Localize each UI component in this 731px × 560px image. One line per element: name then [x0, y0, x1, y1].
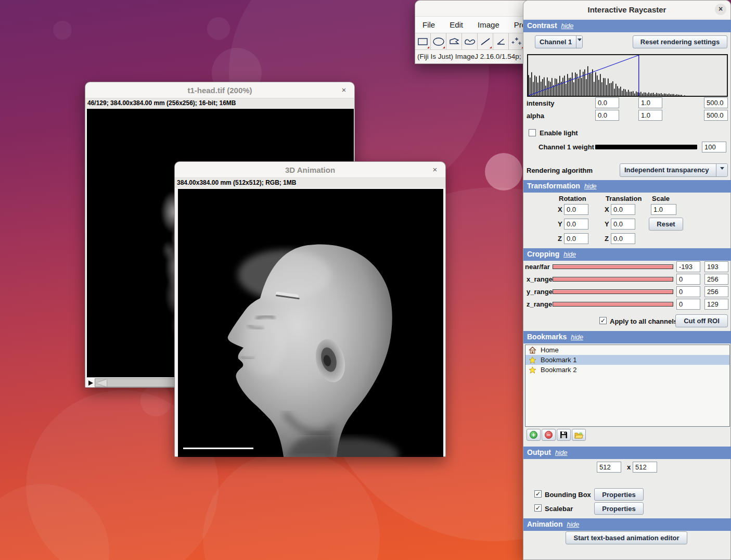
rendering-algorithm-label: Rendering algorithm: [527, 167, 593, 174]
intensity-mid-field[interactable]: 1.0: [638, 97, 662, 108]
enable-light-checkbox[interactable]: [529, 129, 536, 136]
reset-rendering-button[interactable]: Reset rendering settings: [633, 35, 727, 48]
transform-reset-button[interactable]: Reset: [649, 218, 683, 231]
bounding-box-checkbox[interactable]: ✓: [534, 490, 542, 498]
translation-z-field[interactable]: 0.0: [611, 233, 635, 244]
xrange-label: x_range: [527, 275, 553, 283]
channel-select[interactable]: Channel 1: [535, 35, 583, 48]
zrange-slider[interactable]: [553, 302, 673, 307]
bookmarks-section-header: Bookmarkshide: [523, 331, 731, 343]
bookmark-item-2[interactable]: Bookmark 2: [525, 365, 729, 375]
chevron-down-icon[interactable]: [716, 164, 727, 176]
fiji-main-window: File Edit Image Process: [415, 0, 540, 64]
yrange-slider[interactable]: [553, 289, 673, 294]
desktop: { "fiji": { "menu": ["File", "Edit", "Im…: [0, 0, 731, 560]
bookmarks-list[interactable]: Home Bookmark 1 Bookmark 2: [525, 345, 730, 427]
apply-all-channels-checkbox[interactable]: ✓: [599, 317, 607, 324]
rendering-algorithm-select[interactable]: Independent transparency: [620, 163, 728, 177]
fiji-titlebar[interactable]: [415, 1, 539, 16]
transformation-header-label: Transformation: [527, 182, 580, 190]
bookmark-item-home[interactable]: Home: [525, 345, 729, 355]
save-bookmarks-button[interactable]: [557, 429, 571, 441]
bookmarks-hide-link[interactable]: hide: [571, 334, 583, 341]
zrange-max-field[interactable]: 129: [704, 299, 728, 310]
load-bookmarks-button[interactable]: [572, 429, 586, 441]
output-hide-link[interactable]: hide: [555, 449, 568, 456]
menu-image[interactable]: Image: [470, 20, 507, 29]
rotation-z-field[interactable]: 0.0: [564, 233, 588, 244]
remove-bookmark-button[interactable]: −: [542, 429, 556, 441]
point-tool-icon[interactable]: [509, 33, 524, 49]
start-animation-editor-button[interactable]: Start text-based animation editor: [566, 531, 687, 544]
nearfar-max-field[interactable]: 193: [704, 261, 728, 272]
raycaster-titlebar[interactable]: Interactive Raycaster ×: [523, 1, 730, 19]
star-icon: [529, 357, 536, 364]
anim-image-info: 384.00x384.00 mm (512x512); RGB; 1MB: [175, 177, 445, 188]
chevron-down-icon[interactable]: [576, 36, 582, 48]
channel-weight-field[interactable]: 100: [702, 142, 726, 152]
scalebar-checkbox[interactable]: ✓: [534, 504, 542, 512]
alpha-max-field[interactable]: 500.0: [704, 110, 728, 121]
anim-render-canvas[interactable]: [178, 189, 443, 457]
slice-scrollbar-thumb[interactable]: [96, 379, 107, 387]
scalebar-properties-button[interactable]: Properties: [594, 502, 644, 515]
close-icon[interactable]: ×: [340, 86, 348, 94]
add-bookmark-button[interactable]: +: [527, 429, 541, 441]
fiji-status-text: (Fiji Is Just) ImageJ 2.16.0/1.54p; Jav: [415, 50, 539, 63]
cut-off-roi-button[interactable]: Cut off ROI: [675, 314, 728, 327]
close-icon[interactable]: ×: [431, 166, 439, 174]
folder-icon: [574, 431, 583, 439]
raycaster-title: Interactive Raycaster: [588, 5, 666, 14]
anim-window-title: 3D Animation: [285, 166, 335, 174]
translation-x-label: X: [605, 206, 609, 213]
animation-hide-link[interactable]: hide: [567, 521, 579, 528]
alpha-min-field[interactable]: 0.0: [595, 110, 619, 121]
intensity-min-field[interactable]: 0.0: [595, 97, 619, 108]
nearfar-min-field[interactable]: -193: [676, 261, 700, 272]
anim-titlebar[interactable]: 3D Animation ×: [175, 162, 445, 177]
rotation-y-field[interactable]: 0.0: [564, 219, 588, 230]
zrange-min-field[interactable]: 0: [676, 299, 700, 310]
intensity-max-field[interactable]: 500.0: [704, 97, 728, 108]
wallpaper-circle: [140, 385, 172, 416]
menu-file[interactable]: File: [415, 20, 442, 29]
yrange-min-field[interactable]: 0: [676, 286, 700, 297]
cropping-hide-link[interactable]: hide: [563, 251, 576, 258]
play-icon[interactable]: [87, 378, 95, 387]
angle-tool-icon[interactable]: [493, 33, 509, 49]
bookmark-item-1[interactable]: Bookmark 1: [525, 355, 729, 365]
fiji-toolbar: [415, 33, 539, 50]
contrast-histogram[interactable]: [527, 54, 728, 97]
oval-tool-icon[interactable]: [431, 33, 446, 49]
scale-field[interactable]: 1.0: [651, 204, 676, 215]
transformation-hide-link[interactable]: hide: [584, 183, 597, 190]
scalebar-label: Scalebar: [545, 505, 573, 513]
alpha-mid-field[interactable]: 1.0: [638, 110, 662, 121]
nearfar-slider[interactable]: [553, 264, 673, 269]
xrange-min-field[interactable]: 0: [676, 274, 700, 285]
freehand-tool-icon[interactable]: [462, 33, 478, 49]
animation-3d-window: 3D Animation × 384.00x384.00 mm (512x512…: [174, 161, 446, 457]
channel-weight-label: Channel 1 weight: [538, 143, 594, 151]
translation-x-field[interactable]: 0.0: [611, 204, 635, 215]
output-height-field[interactable]: 512: [633, 462, 657, 473]
output-width-field[interactable]: 512: [597, 462, 621, 473]
fiji-menubar: File Edit Image Process: [415, 16, 539, 33]
tool-flyout-icon: [443, 44, 445, 48]
channel-weight-slider[interactable]: [595, 145, 697, 149]
menu-edit[interactable]: Edit: [442, 20, 470, 29]
line-tool-icon[interactable]: [478, 33, 493, 49]
xrange-max-field[interactable]: 256: [704, 274, 728, 285]
contrast-hide-link[interactable]: hide: [561, 22, 574, 30]
t1-titlebar[interactable]: t1-head.tif (200%) ×: [85, 82, 354, 98]
rotation-x-field[interactable]: 0.0: [564, 204, 588, 215]
bounding-box-properties-button[interactable]: Properties: [594, 488, 644, 501]
rectangle-tool-icon[interactable]: [415, 33, 431, 49]
translation-y-field[interactable]: 0.0: [611, 219, 635, 230]
close-icon[interactable]: ×: [715, 4, 726, 15]
xrange-slider[interactable]: [553, 277, 673, 282]
contrast-header-label: Contrast: [527, 21, 557, 30]
yrange-max-field[interactable]: 256: [704, 286, 728, 297]
polygon-tool-icon[interactable]: [446, 33, 462, 49]
cropping-section-header: Croppinghide: [523, 248, 731, 261]
